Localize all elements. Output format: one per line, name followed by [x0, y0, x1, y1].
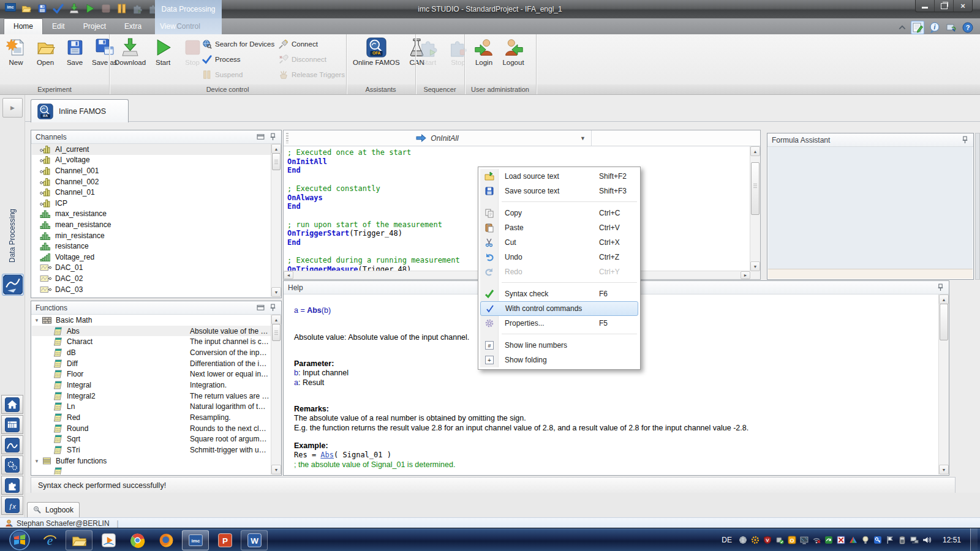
channel-item[interactable]: DAC_02	[32, 273, 271, 284]
menu-item-copy[interactable]: CopyCtrl+C	[480, 206, 639, 220]
tray-wifix-icon[interactable]	[812, 536, 821, 544]
sidebar-label[interactable]: Data Processing	[0, 199, 24, 272]
collapsed-right-splitter[interactable]	[975, 133, 980, 280]
menu-item-paste[interactable]: PasteCtrl+V	[480, 220, 639, 235]
tray-key-icon[interactable]	[873, 536, 882, 544]
tray-globe-icon[interactable]	[739, 536, 747, 544]
channel-item[interactable]: DAC_01	[32, 263, 271, 274]
function-item-round[interactable]: RoundRounds to the next close...	[32, 423, 271, 434]
language-indicator[interactable]: DE	[722, 536, 732, 544]
data-processing-icon[interactable]	[2, 274, 24, 296]
ribbon-button-search-for-devices[interactable]: Search for Devices	[202, 39, 274, 50]
ribbon-button-start[interactable]: Start	[414, 34, 443, 67]
close-button[interactable]: ×	[954, 0, 972, 12]
pin-icon[interactable]	[937, 283, 944, 291]
tray-bulb-icon[interactable]	[861, 536, 870, 544]
float-panel-icon[interactable]	[257, 304, 265, 312]
channel-item[interactable]: min_resistance	[32, 230, 271, 241]
taskbar-clock[interactable]: 12:51	[943, 536, 961, 544]
formula-assistant-input[interactable]	[768, 269, 973, 279]
function-group-basic-math[interactable]: ▾Basic Math	[32, 315, 271, 326]
taskbar-powerpoint[interactable]: P	[212, 531, 238, 550]
start-button[interactable]	[9, 529, 31, 551]
reset-layout-icon[interactable]	[945, 21, 957, 34]
collapse-ribbon-icon[interactable]	[898, 23, 907, 32]
help-scrollbar[interactable]: ▲ ▼	[938, 294, 949, 474]
tab-logbook[interactable]: Logbook	[27, 502, 80, 517]
menu-item-show-line-numbers[interactable]: #Show line numbers	[480, 338, 639, 353]
ribbon-button-new[interactable]: New	[1, 34, 31, 67]
ribbon-button-release-triggers[interactable]: Release Triggers	[279, 69, 345, 80]
channel-item[interactable]: AI_voltage	[32, 155, 271, 166]
channel-item[interactable]: Channel_002	[32, 176, 271, 187]
pin-icon[interactable]	[961, 136, 969, 144]
collapse-icon[interactable]: ▾	[32, 317, 42, 323]
menu-item-undo[interactable]: UndoCtrl+Z	[480, 250, 639, 264]
collapse-icon[interactable]: ▾	[32, 458, 42, 464]
tab-inline-famos[interactable]: IFA Inline FAMOS	[31, 99, 129, 122]
ribbon-button-save[interactable]: Save	[60, 34, 89, 67]
menu-item-show-folding[interactable]: +Show folding	[480, 353, 639, 367]
function-item-diff[interactable]: DiffDifferentiation of the inp...	[32, 358, 271, 369]
show-desktop-button[interactable]	[970, 528, 978, 551]
ribbon-button-suspend[interactable]: Suspend	[202, 69, 274, 80]
menu-item-properties[interactable]: Properties...F5	[480, 316, 639, 331]
tray-battery-icon[interactable]	[898, 536, 907, 544]
tray-shield-icon[interactable]: V	[763, 536, 772, 544]
ribbon-button-login[interactable]: Login	[469, 34, 499, 67]
help-icon[interactable]: ?	[962, 21, 974, 34]
sidebar-formula-button[interactable]: ƒx	[1, 496, 23, 515]
functions-scrollbar[interactable]: ▲ ▼	[271, 315, 281, 474]
tray-flag-icon[interactable]	[886, 536, 894, 544]
taskbar-windows-explorer[interactable]	[66, 530, 92, 550]
taskbar-imc-studio[interactable]: imc	[182, 530, 209, 550]
function-item-integral2[interactable]: Integral2The return values are the...	[32, 391, 271, 402]
menu-item-save-source-text[interactable]: Save source textShift+F3	[480, 184, 639, 198]
toolbar-grip[interactable]	[286, 133, 288, 143]
menu-item-load-source-text[interactable]: Load source textShift+F2	[480, 169, 639, 184]
float-panel-icon[interactable]	[257, 133, 265, 141]
taskbar-media-player[interactable]	[96, 531, 121, 550]
tray-outlook-icon[interactable]: O	[788, 536, 796, 544]
channel-item[interactable]: ICP	[32, 198, 271, 209]
sidebar-setup-button[interactable]	[1, 455, 23, 474]
taskbar-chrome[interactable]	[124, 531, 150, 550]
info-icon[interactable]: i	[929, 21, 941, 34]
function-item-red[interactable]: RedResampling.	[32, 412, 271, 423]
titlebar[interactable]: imc Data Processing imc STUDIO - Standar…	[0, 0, 980, 18]
ribbon-button-start[interactable]: Start	[148, 34, 178, 67]
channel-item[interactable]: Channel_01	[32, 187, 271, 198]
menu-item-syntax-check[interactable]: Syntax checkF6	[480, 287, 639, 301]
minimize-button[interactable]	[916, 0, 935, 12]
tray-volume-icon[interactable]	[922, 536, 931, 544]
channel-item[interactable]: mean_resistance	[32, 219, 271, 230]
tray-backup-icon[interactable]	[824, 536, 833, 544]
expand-panel-button[interactable]: ▶	[2, 98, 23, 118]
tray-usb-icon[interactable]	[775, 536, 784, 544]
ribbon-button-connect[interactable]: Connect	[279, 39, 345, 50]
sidebar-home-button[interactable]	[1, 395, 23, 414]
function-item-charact[interactable]: CharactThe input channel is corre...	[32, 336, 271, 347]
ribbon-button-online-famos[interactable]: OFAOnline FAMOS	[350, 34, 402, 67]
pin-icon[interactable]	[269, 133, 277, 141]
pin-icon[interactable]	[269, 304, 277, 312]
function-item-stri[interactable]: STriSchmitt-trigger with uppe...	[32, 444, 271, 455]
tab-view[interactable]: View	[151, 18, 185, 34]
editor-vertical-scrollbar[interactable]: ▲ ▼	[750, 146, 760, 271]
menu-item-redo[interactable]: RedoCtrl+Y	[480, 264, 639, 279]
function-item-floor[interactable]: FloorNext lower or equal integer.	[32, 369, 271, 380]
function-item-db[interactable]: dBConversion of the input c...	[32, 347, 271, 358]
function-group-buffer-functions[interactable]: ▾Buffer functions	[32, 455, 271, 467]
tray-network-icon[interactable]	[910, 536, 919, 544]
tab-edit[interactable]: Edit	[43, 18, 74, 34]
channel-item[interactable]: max_resistance	[32, 209, 271, 220]
tab-home[interactable]: Home	[4, 18, 43, 34]
channel-item[interactable]: DAC_03	[32, 284, 271, 295]
taskbar-firefox[interactable]	[153, 531, 179, 550]
chevron-down-icon[interactable]: ▼	[580, 135, 586, 141]
tab-project[interactable]: Project	[74, 18, 115, 34]
menu-item-cut[interactable]: CutCtrl+X	[480, 235, 639, 250]
ribbon-button-process[interactable]: Process	[202, 54, 274, 65]
restore-button[interactable]	[935, 0, 954, 12]
block-selector[interactable]: OnInitAll ▼	[284, 130, 592, 146]
